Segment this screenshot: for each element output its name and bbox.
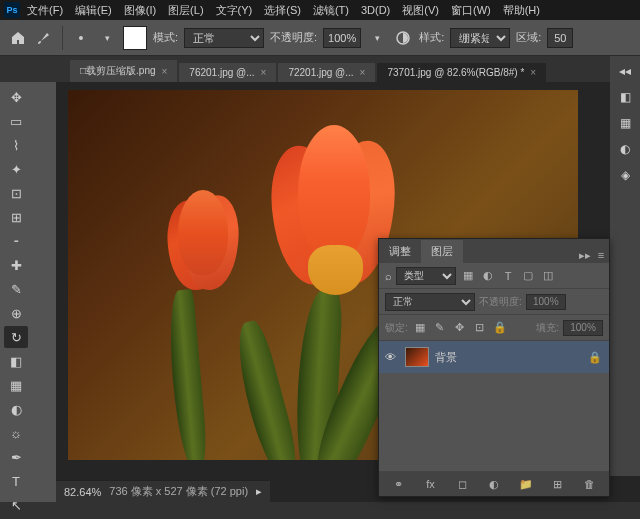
menu-filter[interactable]: 滤镜(T)	[308, 1, 354, 20]
menu-help[interactable]: 帮助(H)	[498, 1, 545, 20]
tab-label: 73701.jpg @ 82.6%(RGB/8#) *	[387, 67, 524, 78]
document-tab[interactable]: 72201.jpg @...×	[278, 63, 375, 82]
stamp-tool[interactable]: ⊕	[4, 302, 28, 324]
layer-name[interactable]: 背景	[435, 350, 581, 365]
brush-size-icon[interactable]: •	[71, 28, 91, 48]
blur-tool[interactable]: ◐	[4, 398, 28, 420]
chevron-down-icon[interactable]: ▾	[97, 28, 117, 48]
lock-label: 锁定:	[385, 321, 408, 335]
layer-opacity-input[interactable]	[526, 294, 566, 310]
marquee-tool[interactable]: ▭	[4, 110, 28, 132]
adjust-filter-icon[interactable]: ◐	[480, 268, 496, 284]
options-bar: • ▾ 模式: 正常 不透明度: ▾ 样式: 绷紧短 区域:	[0, 20, 640, 56]
kind-filter[interactable]: 类型	[396, 267, 456, 285]
lock-artboard-icon[interactable]: ⊡	[472, 320, 488, 336]
menu-image[interactable]: 图像(I)	[119, 1, 161, 20]
move-tool[interactable]: ✥	[4, 86, 28, 108]
separator	[62, 26, 63, 50]
lock-pixels-icon[interactable]: ▦	[412, 320, 428, 336]
healing-tool[interactable]: ✚	[4, 254, 28, 276]
collapse-icon[interactable]: ▸▸	[577, 247, 593, 263]
pressure-opacity-icon[interactable]	[393, 28, 413, 48]
text-tool[interactable]: T	[4, 470, 28, 492]
panel-dock: ◂◂ ◧ ▦ ◐ ◈	[610, 56, 640, 476]
layer-mask-icon[interactable]: ◻	[454, 476, 470, 492]
status-bar: 82.64% 736 像素 x 527 像素 (72 ppi) ▸	[56, 480, 270, 502]
close-icon[interactable]: ×	[530, 67, 536, 78]
history-brush-tool[interactable]: ↻	[4, 326, 28, 348]
layer-style-icon[interactable]: fx	[423, 476, 439, 492]
document-tabs: □载剪压缩版.png× 76201.jpg @...× 72201.jpg @.…	[0, 56, 640, 82]
menu-select[interactable]: 选择(S)	[259, 1, 306, 20]
layer-item[interactable]: 👁 背景 🔒	[379, 341, 609, 373]
lock-position-icon[interactable]: ✥	[452, 320, 468, 336]
fill-label: 填充:	[536, 321, 559, 335]
layers-tab[interactable]: 图层	[421, 240, 463, 263]
document-tab[interactable]: □载剪压缩版.png×	[70, 60, 177, 82]
document-tab[interactable]: 76201.jpg @...×	[179, 63, 276, 82]
fill-input[interactable]	[563, 320, 603, 336]
dodge-tool[interactable]: ☼	[4, 422, 28, 444]
new-layer-icon[interactable]: ⊞	[549, 476, 565, 492]
menu-text[interactable]: 文字(Y)	[211, 1, 258, 20]
visibility-toggle[interactable]: 👁	[385, 351, 399, 363]
menu-file[interactable]: 文件(F)	[22, 1, 68, 20]
document-info: 736 像素 x 527 像素 (72 ppi)	[109, 484, 248, 499]
gradient-tool[interactable]: ▦	[4, 374, 28, 396]
search-icon[interactable]: ⌕	[385, 270, 392, 282]
menu-layer[interactable]: 图层(L)	[163, 1, 208, 20]
layer-thumbnail[interactable]	[405, 347, 429, 367]
area-input[interactable]	[547, 28, 573, 48]
group-icon[interactable]: 📁	[518, 476, 534, 492]
zoom-level[interactable]: 82.64%	[64, 486, 101, 498]
panel-menu-icon[interactable]: ≡	[593, 247, 609, 263]
layers-panel-icon[interactable]: ◈	[614, 164, 636, 186]
eyedropper-tool[interactable]: ⁃	[4, 230, 28, 252]
layer-empty-area	[379, 421, 609, 471]
chevron-right-icon[interactable]: ▸	[256, 485, 262, 498]
menu-bar: Ps 文件(F) 编辑(E) 图像(I) 图层(L) 文字(Y) 选择(S) 滤…	[0, 0, 640, 20]
lock-brush-icon[interactable]: ✎	[432, 320, 448, 336]
magic-wand-tool[interactable]: ✦	[4, 158, 28, 180]
shape-filter-icon[interactable]: ▢	[520, 268, 536, 284]
frame-tool[interactable]: ⊞	[4, 206, 28, 228]
swatches-panel-icon[interactable]: ▦	[614, 112, 636, 134]
close-icon[interactable]: ×	[162, 66, 168, 77]
home-icon[interactable]	[8, 28, 28, 48]
tab-label: 76201.jpg @...	[189, 67, 254, 78]
layer-list: 👁 背景 🔒	[379, 341, 609, 421]
blend-mode-select[interactable]: 正常	[385, 293, 475, 311]
path-tool[interactable]: ↖	[4, 494, 28, 516]
adjustments-tab[interactable]: 调整	[379, 240, 421, 263]
link-layers-icon[interactable]: ⚭	[391, 476, 407, 492]
expand-dock-icon[interactable]: ◂◂	[614, 60, 636, 82]
document-tab-active[interactable]: 73701.jpg @ 82.6%(RGB/8#) *×	[377, 63, 546, 82]
style-select[interactable]: 绷紧短	[450, 28, 510, 48]
eraser-tool[interactable]: ◧	[4, 350, 28, 372]
panel-tabs: 调整 图层 ▸▸ ≡	[379, 239, 609, 263]
brush-tool-icon[interactable]	[34, 28, 54, 48]
adjustment-layer-icon[interactable]: ◐	[486, 476, 502, 492]
smart-filter-icon[interactable]: ◫	[540, 268, 556, 284]
crop-tool[interactable]: ⊡	[4, 182, 28, 204]
color-panel-icon[interactable]: ◧	[614, 86, 636, 108]
adjustments-panel-icon[interactable]: ◐	[614, 138, 636, 160]
lock-all-icon[interactable]: 🔒	[492, 320, 508, 336]
menu-window[interactable]: 窗口(W)	[446, 1, 496, 20]
delete-layer-icon[interactable]: 🗑	[581, 476, 597, 492]
menu-edit[interactable]: 编辑(E)	[70, 1, 117, 20]
close-icon[interactable]: ×	[360, 67, 366, 78]
pixel-filter-icon[interactable]: ▦	[460, 268, 476, 284]
brush-swatch[interactable]	[123, 26, 147, 50]
mode-select[interactable]: 正常	[184, 28, 264, 48]
area-label: 区域:	[516, 30, 541, 45]
close-icon[interactable]: ×	[261, 67, 267, 78]
lasso-tool[interactable]: ⌇	[4, 134, 28, 156]
text-filter-icon[interactable]: T	[500, 268, 516, 284]
menu-3d[interactable]: 3D(D)	[356, 2, 395, 18]
pen-tool[interactable]: ✒	[4, 446, 28, 468]
chevron-down-icon[interactable]: ▾	[367, 28, 387, 48]
brush-tool[interactable]: ✎	[4, 278, 28, 300]
opacity-input[interactable]	[323, 28, 361, 48]
menu-view[interactable]: 视图(V)	[397, 1, 444, 20]
